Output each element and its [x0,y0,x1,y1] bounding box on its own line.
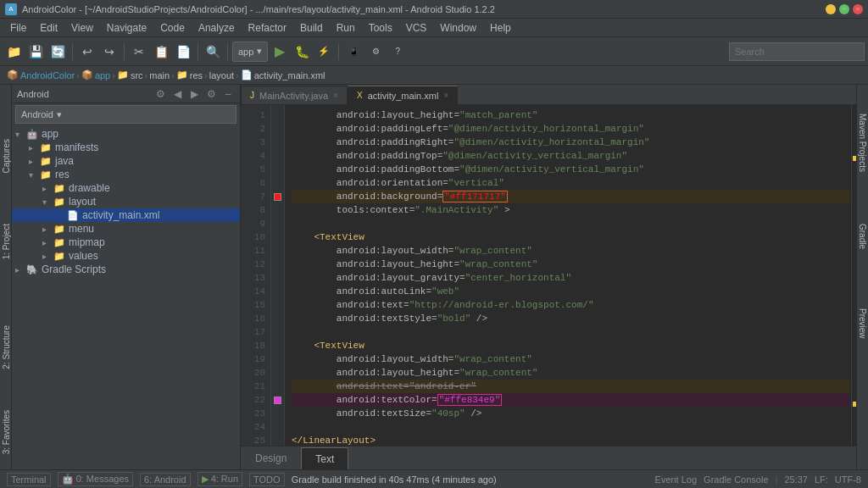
menu-item-tools[interactable]: Tools [362,20,399,36]
tree-item-java[interactable]: ▸ 📁 java [12,154,240,168]
search-input[interactable] [729,42,865,61]
breadcrumb-app[interactable]: app [95,70,110,80]
toolbar-copy-button[interactable]: 📋 [151,42,171,62]
debug-button[interactable]: 🐛 [292,42,312,62]
breadcrumb-res[interactable]: res [190,70,203,80]
status-android[interactable]: 6: Android [140,473,191,486]
menu-item-navigate[interactable]: Navigate [100,20,153,36]
status-bar: Terminal 🤖 0: Messages 6: Android ▶ 4: R… [0,469,868,488]
toolbar-sync-button[interactable]: 🔄 [47,42,68,62]
toolbar-paste-button[interactable]: 📄 [173,42,193,62]
close-button[interactable]: × [853,4,863,14]
toolbar-separator-4 [227,43,228,60]
tree-arrow-app: ▾ [15,130,25,139]
breadcrumb-layout[interactable]: layout [209,70,234,80]
menu-item-edit[interactable]: Edit [33,20,64,36]
breadcrumb-activity-xml[interactable]: activity_main.xml [254,70,326,80]
breadcrumb-main[interactable]: main [149,70,170,80]
tree-item-layout[interactable]: ▾ 📁 layout [12,195,240,208]
favorites-tab[interactable]: 3: Favorites [0,407,12,458]
project-view-label: Android [21,109,53,119]
menu-item-vcs[interactable]: VCS [399,20,434,36]
tab-activity-xml-close[interactable]: × [443,91,448,100]
project-more-icon[interactable]: ⚙ [204,87,218,101]
tab-main-activity[interactable]: J MainActivity.java × [241,86,348,104]
java-folder-icon: 📁 [39,155,53,167]
project-tab[interactable]: 1: Project [0,220,12,263]
tree-item-app[interactable]: ▾ 🤖 app [12,127,240,141]
run-config-dropdown[interactable]: app ▾ [232,42,268,62]
toolbar-sdk-button[interactable]: ⚙ [365,42,386,62]
window-title: AndroidColor - [~/AndroidStudioProjects/… [22,4,826,14]
project-view-dropdown[interactable]: Android ▾ [15,105,236,124]
run-button[interactable]: ▶ [270,42,290,62]
toolbar-undo-button[interactable]: ↩ [77,42,97,62]
status-run[interactable]: ▶ 4: Run [198,472,242,486]
tree-arrow-gradle: ▸ [15,265,25,274]
menu-item-view[interactable]: View [64,20,100,36]
color-swatch-pink[interactable] [274,396,281,404]
toolbar-find-button[interactable]: 🔍 [203,42,223,62]
menu-item-window[interactable]: Window [433,20,483,36]
status-event-log[interactable]: Event Log [655,474,698,485]
menu-item-help[interactable]: Help [483,20,518,36]
code-content[interactable]: android:layout_height="match_parent" and… [285,105,856,446]
toolbar-avd-button[interactable]: 📱 [343,42,364,62]
code-line-23: android:textSize="40sp" /> [292,407,849,420]
toolbar-help-button[interactable]: ? [387,42,408,62]
color-swatch-red[interactable] [274,193,281,201]
breadcrumb-androidcolor[interactable]: AndroidColor [20,70,75,80]
tree-label-mipmap: mipmap [69,236,105,248]
tree-label-java: java [55,155,74,167]
status-todo[interactable]: TODO [249,473,285,486]
captures-tab[interactable]: Captures [0,136,12,177]
structure-tab[interactable]: 2: Structure [0,322,12,373]
minimize-button[interactable]: – [826,4,836,14]
tree-item-activity-xml[interactable]: ▸ 📄 activity_main.xml [12,208,240,222]
tree-item-drawable[interactable]: ▸ 📁 drawable [12,181,240,195]
project-collapse-icon[interactable]: ◀ [170,87,184,101]
gradle-tab[interactable]: Gradle [856,220,868,252]
tab-text[interactable]: Text [301,447,348,469]
breadcrumb-sep-1: › [76,70,80,80]
maximize-button[interactable]: + [839,4,849,14]
code-line-4: android:paddingTop="@dimen/activity_vert… [292,149,849,163]
code-editor[interactable]: 12345 678910 1112131415 1617181920 21222… [241,105,856,446]
status-terminal[interactable]: Terminal [7,473,51,486]
project-hide-icon[interactable]: – [221,87,235,101]
status-messages[interactable]: 🤖 0: Messages [58,472,133,486]
status-gradle-console[interactable]: Gradle Console [704,474,768,485]
tree-item-values[interactable]: ▸ 📁 values [12,249,240,263]
tree-item-manifests[interactable]: ▸ 📁 manifests [12,141,240,154]
toolbar-cut-button[interactable]: ✂ [129,42,149,62]
menu-item-run[interactable]: Run [330,20,362,36]
tab-activity-xml[interactable]: X activity_main.xml × [348,86,458,104]
maven-projects-tab[interactable]: Maven Projects [856,110,868,175]
tree-item-res[interactable]: ▾ 📁 res [12,168,240,181]
tree-item-mipmap[interactable]: ▸ 📁 mipmap [12,236,240,249]
toolbar-search [729,42,865,61]
toolbar-redo-button[interactable]: ↪ [99,42,120,62]
menu-item-file[interactable]: File [3,20,33,36]
tree-item-menu[interactable]: ▸ 📁 menu [12,222,240,236]
mipmap-folder-icon: 📁 [53,236,66,248]
profile-button[interactable]: ⚡ [314,42,334,62]
tree-arrow-drawable: ▸ [42,184,53,193]
tab-main-activity-close[interactable]: × [333,91,338,100]
preview-tab[interactable]: Preview [856,305,868,342]
menu-item-refactor[interactable]: Refactor [242,20,293,36]
menu-item-build[interactable]: Build [293,20,330,36]
toolbar-save-button[interactable]: 💾 [25,42,46,62]
breadcrumb-src[interactable]: src [131,70,143,80]
code-line-10: <TextView [292,230,849,244]
menu-item-code[interactable]: Code [153,20,192,36]
code-line-5: android:paddingBottom="@dimen/activity_v… [292,163,849,176]
status-gradle-console-label: Gradle Console [704,474,768,485]
tree-item-gradle[interactable]: ▸ 🐘 Gradle Scripts [12,263,240,276]
project-expand-icon[interactable]: ▶ [187,87,201,101]
tab-design[interactable]: Design [241,447,301,469]
project-settings-icon[interactable]: ⚙ [153,87,167,101]
toolbar-open-button[interactable]: 📁 [3,42,24,62]
breadcrumb-sep-4: › [171,70,175,80]
menu-item-analyze[interactable]: Analyze [192,20,242,36]
